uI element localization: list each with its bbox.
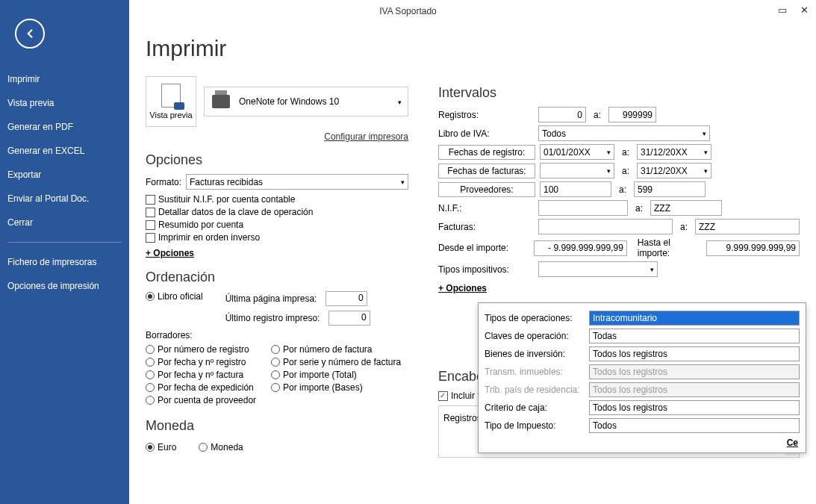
sidebar-item-imprimir[interactable]: Imprimir	[0, 67, 129, 91]
chevron-down-icon	[398, 96, 402, 107]
hasta-importe-label: Hasta el importe:	[638, 237, 703, 258]
radio-cuenta-prov[interactable]	[146, 396, 155, 405]
tipos-impositivos-label: Tipos impositivos:	[438, 264, 534, 275]
sidebar: Imprimir Vista previa Generar en PDF Gen…	[0, 0, 129, 504]
registros-label: Registros:	[438, 110, 534, 120]
a-sep: a:	[619, 147, 632, 158]
a-sep: a:	[619, 166, 632, 176]
fechas-registro-button[interactable]: Fechas de registro:	[438, 145, 535, 160]
window-maximize-icon[interactable]: ▭	[778, 4, 787, 16]
radio-fecha-exped[interactable]	[146, 383, 155, 392]
configurar-impresora-link[interactable]: Configurar impresora	[146, 131, 408, 142]
popup-bienes-label: Bienes de inversión:	[485, 349, 589, 359]
facturas-from-input[interactable]	[538, 219, 673, 234]
hasta-importe-input[interactable]: 9.999.999.999,99	[706, 240, 800, 256]
chk-incluir-texto[interactable]	[438, 391, 448, 401]
window-close-icon[interactable]: ✕	[800, 4, 809, 16]
popup-criterio-field[interactable]: Todos los registros	[589, 400, 800, 415]
ultima-pagina-input[interactable]: 0	[326, 291, 367, 306]
fechas-facturas-button[interactable]: Fechas de facturas:	[438, 164, 535, 178]
borradores-label: Borradores:	[146, 330, 408, 340]
radio-importe-bases-label: Por importe (Bases)	[283, 382, 363, 393]
chk-detallar[interactable]	[146, 208, 155, 217]
popup-claves-field[interactable]: Todas	[589, 329, 800, 343]
radio-num-factura[interactable]	[271, 345, 280, 354]
back-button[interactable]	[15, 19, 45, 49]
chevron-down-icon	[704, 149, 708, 156]
sidebar-separator	[7, 242, 122, 243]
radio-cuenta-prov-label: Por cuenta de proveedor	[158, 395, 256, 405]
fechas-facturas-to[interactable]: 31/12/20XX	[637, 163, 711, 178]
radio-libro-oficial[interactable]	[146, 292, 155, 301]
chk-resumido[interactable]	[146, 220, 155, 230]
vista-previa-button[interactable]: Vista previa	[146, 76, 196, 127]
nif-to-input[interactable]: ZZZ	[650, 200, 722, 216]
formato-label: Formato:	[146, 177, 181, 187]
registros-to-input[interactable]: 999999	[608, 107, 656, 122]
libro-iva-dropdown[interactable]: Todos	[538, 125, 710, 141]
popup-tipos-operaciones-field[interactable]: Intracomunitario	[589, 311, 800, 326]
sidebar-item-generar-pdf[interactable]: Generar en PDF	[0, 115, 129, 139]
sidebar-item-exportar[interactable]: Exportar	[0, 163, 129, 187]
ordenacion-heading: Ordenación	[146, 270, 408, 285]
libro-iva-label: Libro de IVA:	[438, 128, 534, 139]
popup-transm-field: Todos los registros	[589, 364, 800, 379]
radio-num-registro-label: Por número de registro	[158, 344, 249, 355]
sidebar-item-generar-excel[interactable]: Generar en EXCEL	[0, 139, 129, 163]
chk-inverso[interactable]	[146, 233, 155, 243]
facturas-label: Facturas:	[438, 222, 534, 232]
chevron-down-icon	[703, 130, 706, 137]
sidebar-item-opciones-impresion[interactable]: Opciones de impresión	[0, 274, 129, 298]
radio-num-registro[interactable]	[146, 345, 155, 354]
popup-cerrar-link[interactable]: Ce	[787, 438, 798, 448]
radio-fecha-registro[interactable]	[146, 358, 155, 367]
proveedores-button[interactable]: Proveedores:	[438, 182, 535, 197]
formato-dropdown[interactable]: Facturas recibidas	[186, 174, 408, 190]
intervalos-plus-link[interactable]: + Opciones	[438, 283, 487, 293]
proveedores-from-input[interactable]: 100	[540, 181, 611, 197]
radio-serie-factura[interactable]	[271, 358, 280, 367]
vista-previa-label: Vista previa	[149, 111, 192, 119]
facturas-to-input[interactable]: ZZZ	[695, 219, 800, 234]
a-sep: a:	[632, 203, 646, 214]
ultimo-registro-input[interactable]: 0	[328, 311, 370, 326]
chevron-down-icon	[650, 266, 654, 273]
ultimo-registro-label: Último registro impreso:	[225, 313, 320, 323]
proveedores-to-input[interactable]: 599	[634, 181, 706, 197]
nif-label: N.I.F.:	[438, 203, 534, 214]
fechas-registro-from[interactable]: 01/01/20XX	[540, 144, 614, 160]
fechas-registro-to[interactable]: 31/12/20XX	[637, 144, 711, 160]
printer-dropdown[interactable]: OneNote for Windows 10	[204, 87, 408, 116]
registros-from-input[interactable]: 0	[538, 107, 586, 122]
popup-criterio-label: Criterio de caja:	[485, 402, 589, 413]
moneda-heading: Moneda	[146, 418, 408, 434]
sidebar-item-vista-previa[interactable]: Vista previa	[0, 91, 129, 115]
popup-trib-label: Trib. país de residencia:	[485, 385, 589, 395]
radio-importe-bases[interactable]	[271, 383, 280, 392]
radio-fecha-factura-label: Por fecha y nº factura	[158, 370, 243, 380]
opciones-popup: Tipos de operaciones:Intracomunitario Cl…	[478, 302, 806, 453]
radio-euro-label: Euro	[158, 442, 176, 452]
radio-importe-total[interactable]	[271, 370, 280, 379]
chevron-down-icon	[401, 178, 405, 186]
opciones-heading: Opciones	[146, 152, 408, 168]
radio-fecha-exped-label: Por fecha de expedición	[158, 382, 254, 393]
libro-iva-value: Todos	[542, 128, 566, 139]
opciones-plus-link[interactable]: + Opciones	[146, 248, 194, 258]
formato-value: Facturas recibidas	[190, 177, 263, 187]
radio-fecha-factura[interactable]	[146, 370, 155, 379]
radio-moneda[interactable]	[199, 443, 208, 452]
fechas-registro-to-value: 31/12/20XX	[641, 147, 688, 158]
popup-bienes-field[interactable]: Todos los registros	[589, 346, 800, 361]
sidebar-item-enviar-portal[interactable]: Enviar al Portal Doc.	[0, 187, 129, 211]
desde-importe-input[interactable]: - 9.999.999.999,99	[534, 240, 627, 256]
sidebar-item-fichero-impresoras[interactable]: Fichero de impresoras	[0, 250, 129, 274]
chk-sustituir-nif[interactable]	[146, 195, 155, 205]
radio-euro[interactable]	[146, 443, 155, 452]
popup-tipo-impuesto-field[interactable]: Todos	[589, 418, 800, 433]
nif-from-input[interactable]	[538, 200, 628, 216]
tipos-impositivos-dropdown[interactable]	[538, 261, 658, 277]
chk-sustituir-nif-label: Sustituir N.I.F. por cuenta contable	[158, 194, 295, 205]
fechas-facturas-from[interactable]	[540, 163, 614, 178]
sidebar-item-cerrar[interactable]: Cerrar	[0, 211, 129, 234]
